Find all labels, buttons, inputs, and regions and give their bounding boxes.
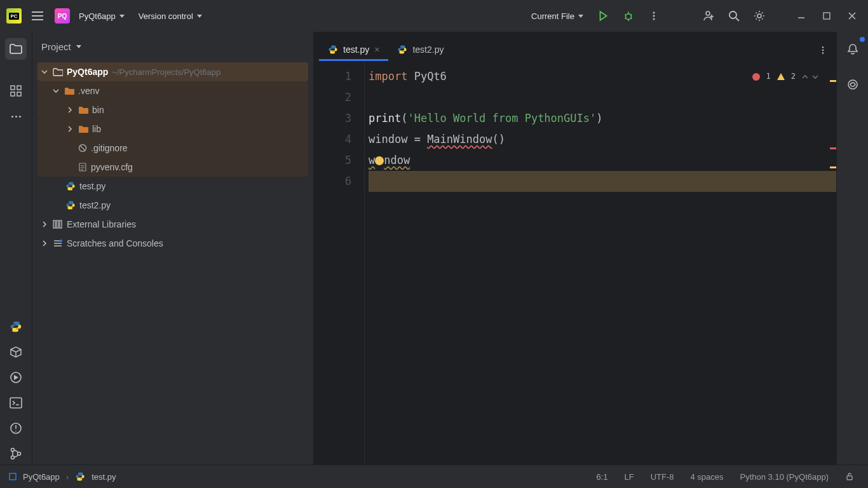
t: ndow [384,154,410,166]
t: MainWindow [427,133,492,146]
run-button[interactable] [592,5,614,27]
project-tool-button[interactable] [5,38,27,60]
line-num: 6 [314,171,351,192]
tab-test-label: test.py [343,44,369,55]
svg-point-15 [11,449,15,452]
chevron-down-icon [119,15,125,18]
chevron-down-icon [197,15,202,18]
cursor-position[interactable]: 6:1 [591,472,613,482]
debug-button[interactable] [618,5,639,27]
folder-icon [64,86,74,95]
tree-gitignore[interactable]: .gitignore [37,139,308,158]
structure-tool-button[interactable] [5,80,27,102]
inspection-nav[interactable] [802,74,818,80]
svg-rect-28 [10,473,16,480]
error-stripe[interactable] [829,66,836,464]
project-name-label: PyQt6app [79,11,116,21]
t: import [369,70,407,83]
inspection-widget[interactable]: 1 2 [752,66,818,87]
breadcrumb-project[interactable]: PyQt6app [23,472,60,482]
t: w [369,154,375,166]
svg-rect-8 [11,86,15,90]
python-packages-button[interactable] [5,341,27,363]
svg-rect-10 [11,92,15,96]
more-tools-button[interactable] [5,105,27,127]
window-close-button[interactable] [841,5,863,27]
python-file-icon [65,200,76,210]
tree-pyvenv[interactable]: pyvenv.cfg [37,158,308,177]
window-minimize-button[interactable] [790,5,812,27]
tree-root-path: ~/PycharmProjects/PyQt6app [112,67,220,77]
main-menu-button[interactable] [27,5,48,27]
error-count: 1 [766,66,771,87]
window-maximize-button[interactable] [816,5,837,27]
svg-rect-29 [847,476,852,480]
svg-rect-21 [57,220,58,228]
tree-test2py[interactable]: test2.py [37,196,308,215]
tree-test2py-label: test2.py [79,200,111,210]
file-encoding[interactable]: UTF-8 [646,472,679,482]
python-console-button[interactable] [5,316,27,337]
svg-point-27 [848,80,857,89]
python-file-icon [75,471,85,482]
tab-close-button[interactable]: × [374,44,379,55]
svg-rect-7 [824,13,830,19]
tab-test2[interactable]: test2.py [388,38,452,61]
tree-testpy[interactable]: test.py [37,177,308,196]
run-config-selector[interactable]: Current File [526,9,588,24]
vcs-tool-button[interactable] [5,443,27,464]
module-icon [9,473,17,480]
python-file-icon [328,44,338,55]
chevron-right-icon: › [66,472,69,482]
chevron-down-icon [76,45,81,48]
folder-icon [78,125,88,133]
tree-external-label: External Libraries [67,219,136,229]
main-area: Project PyQt6app ~/PycharmProjects/PyQt6… [0,32,868,464]
tree-external-libs[interactable]: External Libraries [37,215,308,234]
tabs-menu-button[interactable] [810,39,836,61]
error-icon [752,73,760,81]
run-config-label: Current File [531,11,574,21]
line-num: 2 [314,87,351,108]
tree-scratches[interactable]: Scratches and Consoles [37,234,308,253]
file-icon [78,163,87,172]
python-file-icon [397,44,407,55]
indent-setting[interactable]: 4 spaces [685,472,728,482]
terminal-button[interactable] [5,392,27,414]
breadcrumb-file[interactable]: test.py [92,472,116,482]
code-with-me-button[interactable] [698,5,719,27]
vcs-menu[interactable]: Version control [133,9,207,24]
gutter: 1 2 3 4 5 6 [314,61,365,464]
svg-rect-22 [60,220,62,228]
code[interactable]: import PyQt6 print('Hello World from Pyt… [365,61,836,464]
readonly-toggle[interactable] [840,472,859,481]
svg-point-6 [757,14,761,18]
tree-venv[interactable]: .venv [37,81,308,100]
services-button[interactable] [5,367,27,388]
more-actions-button[interactable] [643,5,665,27]
notifications-button[interactable] [842,38,864,60]
tree-bin[interactable]: bin [37,100,308,119]
tree-root-label: PyQt6app [67,67,108,77]
lightbulb-icon[interactable] [375,156,384,165]
tree-bin-label: bin [92,105,104,115]
folder-icon [78,105,88,114]
svg-point-17 [18,452,21,456]
settings-button[interactable] [749,5,770,27]
ignore-icon [78,144,87,152]
problems-button[interactable] [5,417,27,439]
tab-test[interactable]: test.py × [319,38,388,61]
line-separator[interactable]: LF [619,472,639,482]
titlebar: PC PQ PyQt6app Version control Current F… [0,0,868,32]
left-toolbar [0,32,32,464]
project-panel: Project PyQt6app ~/PycharmProjects/PyQt6… [32,32,314,464]
t: ( [401,112,407,125]
tree-lib[interactable]: lib [37,119,308,139]
editor[interactable]: 1 2 3 4 5 6 import PyQt6 print('Hello Wo… [314,61,836,464]
project-panel-header[interactable]: Project [32,32,313,61]
ai-assistant-button[interactable] [842,74,864,95]
project-selector[interactable]: PyQt6app [74,9,130,24]
interpreter[interactable]: Python 3.10 (PyQt6app) [735,472,834,482]
search-button[interactable] [723,5,745,27]
tree-root[interactable]: PyQt6app ~/PycharmProjects/PyQt6app [37,62,308,81]
